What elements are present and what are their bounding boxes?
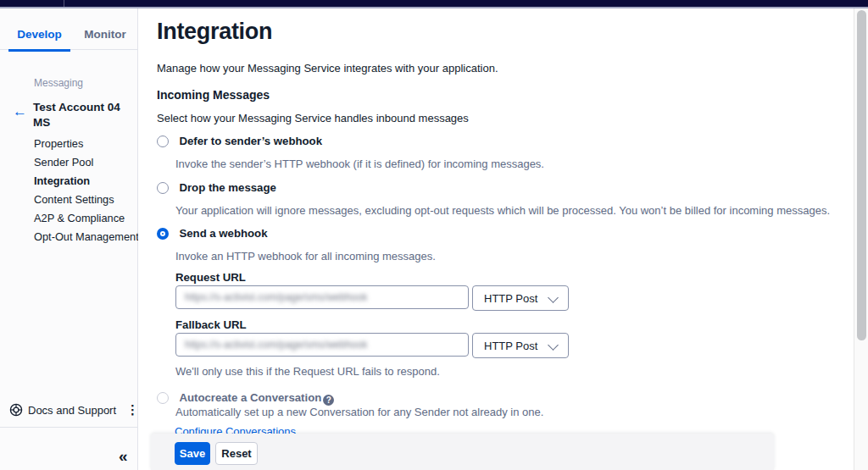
- sidebar-item-content-settings[interactable]: Content Settings: [34, 191, 136, 209]
- radio-description: Invoke the sender’s HTTP webhook (if it …: [175, 158, 544, 170]
- sidebar-item-opt-out-management[interactable]: Opt-Out Management: [34, 228, 136, 246]
- sidebar: Develop Monitor Messaging ← Test Account…: [0, 8, 138, 470]
- chevron-down-icon: [548, 340, 559, 351]
- form-actions-bar: Save Reset: [151, 434, 774, 470]
- incoming-messages-description: Select how your Messaging Service handle…: [157, 112, 469, 124]
- page-title: Integration: [157, 19, 272, 45]
- radio-option-drop-message[interactable]: Drop the message: [157, 180, 818, 195]
- radio-description: Automatically set up a new Conversation …: [175, 406, 543, 418]
- radio-description: Your application will ignore messages, e…: [175, 204, 830, 217]
- docs-and-support[interactable]: Docs and Support ⋮: [0, 401, 137, 421]
- sidebar-tabs: Develop Monitor: [0, 24, 137, 50]
- collapse-sidebar-button[interactable]: «: [119, 447, 128, 466]
- radio-icon[interactable]: [157, 182, 169, 194]
- selected-method: HTTP Post: [484, 292, 537, 305]
- fallback-url-input[interactable]: https://s-activist.com/page/sms/webhook: [175, 333, 469, 357]
- radio-icon-selected[interactable]: [157, 228, 169, 240]
- life-buoy-icon: [9, 403, 23, 420]
- docs-and-support-label: Docs and Support: [28, 404, 116, 417]
- radio-option-send-webhook[interactable]: Send a webhook: [157, 225, 818, 241]
- sidebar-item-sender-pool[interactable]: Sender Pool: [34, 153, 136, 172]
- radio-icon-disabled[interactable]: [157, 392, 169, 404]
- request-url-input[interactable]: https://s-activist.com/page/sms/webhook: [175, 285, 469, 309]
- sidebar-item-integration[interactable]: Integration: [34, 172, 136, 191]
- request-url-label: Request URL: [175, 271, 246, 284]
- radio-label: Autocreate a Conversation: [179, 391, 321, 404]
- scrollbar-track[interactable]: [854, 8, 868, 470]
- sidebar-item-properties[interactable]: Properties: [34, 135, 136, 153]
- top-navigation-bar: [0, 0, 868, 8]
- radio-label: Send a webhook: [179, 227, 267, 240]
- topbar-divider: [64, 0, 64, 7]
- sidebar-item-a2p-compliance[interactable]: A2P & Compliance: [34, 209, 136, 228]
- help-icon[interactable]: ?: [323, 395, 334, 406]
- overflow-menu-icon[interactable]: ⋮: [126, 402, 139, 417]
- fallback-url-method-select[interactable]: HTTP Post: [472, 333, 569, 358]
- chevron-down-icon: [548, 292, 559, 303]
- page-subtitle: Manage how your Messaging Service integr…: [157, 62, 498, 75]
- sidebar-nav: Properties Sender Pool Integration Conte…: [34, 135, 136, 246]
- radio-option-autocreate-conversation[interactable]: Autocreate a Conversation?: [157, 390, 818, 405]
- scrollbar-thumb[interactable]: [857, 10, 866, 340]
- radio-label: Drop the message: [179, 181, 275, 194]
- incoming-messages-heading: Incoming Messages: [157, 88, 270, 102]
- radio-icon[interactable]: [157, 135, 169, 147]
- radio-label: Defer to sender’s webhook: [179, 135, 322, 147]
- radio-description: Invoke an HTTP webhook for all incoming …: [175, 250, 436, 263]
- request-url-value-redacted: https://s-activist.com/page/sms/webhook: [185, 291, 367, 303]
- fallback-url-value-redacted: https://s-activist.com/page/sms/webhook: [185, 339, 367, 351]
- fallback-url-label: Fallback URL: [175, 318, 247, 331]
- tab-monitor[interactable]: Monitor: [81, 24, 130, 49]
- tab-develop[interactable]: Develop: [8, 24, 70, 52]
- selected-method: HTTP Post: [484, 340, 537, 352]
- fallback-helper-text: We'll only use this if the Request URL f…: [175, 365, 440, 378]
- sidebar-divider: [0, 427, 137, 428]
- radio-option-defer-webhook[interactable]: Defer to sender’s webhook: [157, 133, 818, 148]
- main-content: Integration Manage how your Messaging Se…: [138, 8, 853, 470]
- save-button[interactable]: Save: [175, 442, 210, 465]
- reset-button[interactable]: Reset: [215, 442, 258, 465]
- account-name: Test Account 04 MS: [33, 100, 133, 130]
- back-arrow-icon[interactable]: ←: [13, 104, 27, 119]
- request-url-method-select[interactable]: HTTP Post: [472, 285, 569, 311]
- messaging-section-label: Messaging: [34, 77, 83, 89]
